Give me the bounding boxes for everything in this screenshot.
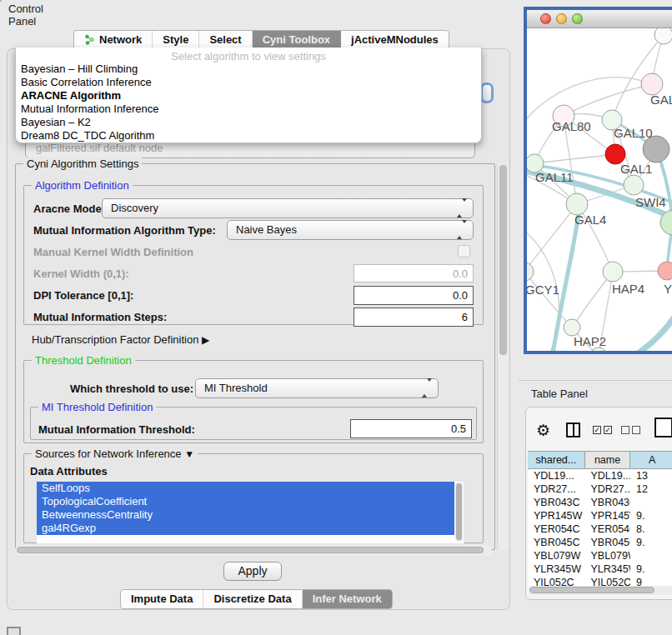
network-edge[interactable] — [534, 154, 615, 163]
table-cell — [630, 549, 672, 562]
close-traffic-light-icon[interactable] — [540, 13, 551, 24]
node-label-hap2: HAP2 — [574, 334, 606, 348]
table-row[interactable]: YBR043CYBR043C — [528, 496, 672, 509]
tab-infer-network[interactable]: Infer Network — [303, 590, 392, 608]
which-threshold-combo[interactable]: MI Threshold — [195, 378, 439, 398]
manual-kernel-label: Manual Kernel Width Definition — [33, 246, 193, 258]
table-cell: YBL079W — [584, 549, 630, 562]
gear-icon[interactable]: ⚙ — [536, 421, 550, 440]
network-node[interactable] — [564, 319, 580, 336]
table-row[interactable]: YBL079WYBL079W — [528, 549, 672, 562]
tab-style[interactable]: Style — [153, 31, 199, 49]
network-node[interactable] — [590, 348, 607, 354]
mi-type-combo[interactable]: Naive Bayes — [227, 220, 474, 240]
table-panel-title: Table Panel — [531, 388, 588, 400]
tab-label: Impute Data — [131, 592, 193, 605]
tab-discretize-data[interactable]: Discretize Data — [203, 590, 302, 608]
attribute-item-topologicalcoefficient[interactable]: TopologicalCoefficient — [37, 495, 454, 508]
dropdown-item-mutual-information-inference[interactable]: Mutual Information Inference — [16, 102, 481, 116]
network-canvas-svg[interactable]: GALGAL80GAL10GAL1GAL11SWI4GAL4GCY1HAP4YH… — [527, 28, 672, 354]
apply-button[interactable]: Apply — [223, 562, 282, 581]
sources-title[interactable]: Sources for Network Inference ▼ — [32, 448, 198, 460]
kernel-width-label: Kernel Width (0,1): — [33, 268, 129, 280]
collapsed-panel-fragment[interactable] — [7, 627, 21, 635]
table-row[interactable]: YDR27...YDR27...12 — [528, 482, 672, 496]
checked-boxes-icon[interactable]: ✓ ✓ — [593, 426, 612, 434]
dropdown-item-bayesian-k2[interactable]: Bayesian – K2 — [16, 116, 481, 129]
node-label-swi4: SWI4 — [635, 195, 666, 209]
attribute-item-gal4rgexp[interactable]: gal4RGexp — [37, 522, 454, 535]
dropdown-item-bayesian-hill-climbing[interactable]: Bayesian – Hill Climbing — [16, 62, 481, 76]
scroll-thumb[interactable] — [529, 587, 654, 593]
tab-jactivemnodules[interactable]: jActiveMNodules — [341, 31, 449, 49]
attribute-item-betweennesscentrality[interactable]: BetweennessCentrality — [37, 508, 454, 522]
hub-expander[interactable]: Hub/Transcription Factor Definition ▶ — [32, 333, 209, 346]
table-row[interactable]: YDL19...YDL19...13 — [528, 469, 672, 482]
settings-group-title: Cyni Algorithm Settings — [23, 158, 142, 170]
tab-label: Network — [99, 33, 142, 46]
aracne-mode-combo[interactable]: Discovery — [102, 198, 474, 218]
dropdown-item-dream8-dc-tdc-algorithm[interactable]: Dream8 DC_TDC Algorithm — [16, 129, 481, 142]
data-attributes-label: Data Attributes — [30, 465, 108, 478]
columns-icon[interactable] — [566, 422, 580, 438]
unchecked-boxes-icon[interactable] — [621, 426, 640, 434]
tab-impute-data[interactable]: Impute Data — [121, 590, 203, 608]
mi-steps-field[interactable]: 6 — [354, 308, 474, 327]
dpi-tolerance-field[interactable]: 0.0 — [354, 286, 474, 305]
expand-down-icon: ▼ — [184, 448, 194, 460]
data-attributes-list: SelfLoopsTopologicalCoefficientBetweenne… — [37, 482, 464, 543]
column-header-shared[interactable]: shared... — [528, 452, 585, 468]
table-cell: YPR145W — [528, 509, 584, 522]
table-cell: 9 — [630, 576, 672, 586]
table-cell: 9. — [630, 536, 672, 549]
table-row[interactable]: YER054CYER054C8. — [528, 522, 672, 536]
scroll-thumb[interactable] — [17, 547, 484, 553]
network-edge[interactable] — [527, 78, 652, 124]
table-rows: YDL19...YDL19...13YDR27...YDR27...12YBR0… — [528, 469, 672, 586]
table-row[interactable]: YBR045CYBR045C9. — [528, 536, 672, 549]
aracne-mode-value: Discovery — [111, 202, 158, 214]
table-cell: YDL19... — [528, 469, 584, 482]
focused-combo-fragment[interactable] — [480, 82, 494, 103]
scroll-thumb[interactable] — [456, 483, 462, 540]
network-node[interactable] — [527, 262, 534, 281]
network-window-titlebar[interactable] — [527, 10, 672, 28]
table-panel: ⚙ ✓ ✓ shared...nameA YDL19...YDL19...13Y… — [525, 407, 672, 600]
table-cell: YBL079W — [528, 549, 584, 562]
network-node[interactable] — [654, 28, 672, 44]
attribute-item-selfloops[interactable]: SelfLoops — [37, 482, 454, 495]
network-edge-highlighted[interactable] — [625, 310, 672, 354]
mi-threshold-field[interactable]: 0.5 — [350, 419, 472, 438]
settings-vertical-scrollbar[interactable] — [497, 163, 508, 550]
tab-select[interactable]: Select — [199, 31, 252, 49]
column-header-name[interactable]: name — [584, 452, 631, 468]
network-node[interactable] — [603, 262, 623, 282]
table-horizontal-scrollbar[interactable] — [529, 586, 672, 595]
tab-label: jActiveMNodules — [351, 33, 439, 46]
column-header-a[interactable]: A — [629, 452, 672, 468]
dropdown-item-basic-correlation-inference[interactable]: Basic Correlation Inference — [16, 76, 481, 89]
node-label-gal11: GAL11 — [535, 170, 574, 184]
expand-right-icon: ▶ — [202, 334, 209, 346]
table-cell: YBR043C — [584, 496, 630, 509]
table-row[interactable]: YLR345WYLR345W9. — [528, 562, 672, 576]
tab-network[interactable]: Network — [74, 31, 153, 49]
list-vertical-scrollbar[interactable] — [455, 482, 463, 542]
zoom-traffic-light-icon[interactable] — [572, 13, 583, 24]
tab-cyni-toolbox[interactable]: Cyni Toolbox — [253, 31, 341, 49]
table-cell: YIL052C — [528, 576, 584, 586]
kernel-width-field[interactable]: 0.0 — [354, 264, 474, 282]
minimize-traffic-light-icon[interactable] — [556, 13, 567, 24]
hub-expander-label: Hub/Transcription Factor Definition — [32, 333, 198, 346]
network-node[interactable] — [624, 175, 644, 195]
document-icon[interactable] — [654, 418, 672, 438]
node-attribute-table[interactable]: shared...nameA YDL19...YDL19...13YDR27..… — [528, 451, 672, 586]
scroll-thumb[interactable] — [499, 165, 507, 355]
network-node[interactable] — [658, 262, 672, 280]
table-row[interactable]: YIL052CYIL052C9 — [528, 576, 672, 586]
node-label-gal1: GAL1 — [620, 162, 652, 176]
dropdown-item-aracne-algorithm[interactable]: ARACNE Algorithm — [16, 89, 481, 102]
table-row[interactable]: YPR145WYPR145W9. — [528, 509, 672, 522]
settings-horizontal-scrollbar[interactable] — [15, 545, 492, 556]
manual-kernel-checkbox[interactable] — [458, 245, 470, 258]
